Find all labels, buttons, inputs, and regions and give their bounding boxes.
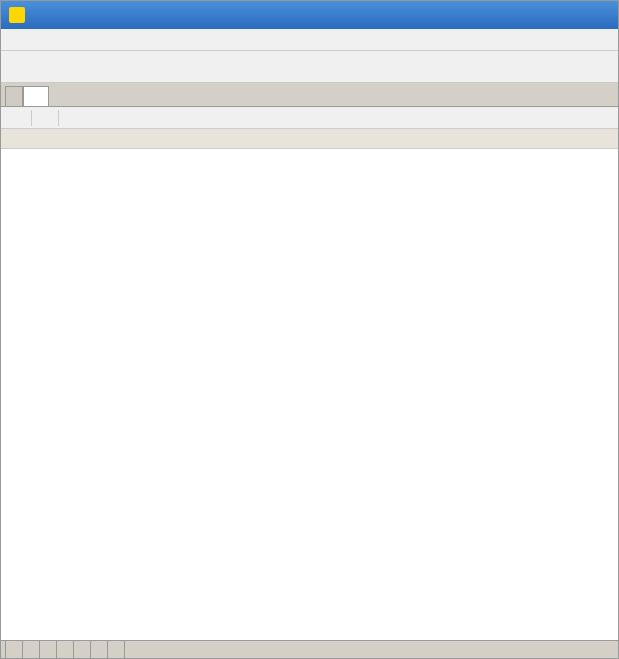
- edit-toolbar: [1, 107, 618, 129]
- status-encoding: [57, 641, 74, 659]
- status-ins: [91, 641, 108, 659]
- maximize-button[interactable]: [566, 5, 586, 25]
- status-size: [40, 641, 57, 659]
- close-button[interactable]: [590, 5, 610, 25]
- status-ovr: [108, 641, 125, 659]
- status-bar: [1, 640, 618, 659]
- hex-body[interactable]: [1, 149, 618, 640]
- status-val: [23, 641, 40, 659]
- title-bar: [1, 1, 618, 29]
- hex-editor: [1, 129, 618, 640]
- menu-bar: [1, 29, 618, 51]
- toolbar-separator-1: [31, 110, 32, 126]
- run-template-dropdown[interactable]: [65, 116, 79, 120]
- run-script-dropdown[interactable]: [38, 116, 52, 120]
- toolbar-separator-2: [58, 110, 59, 126]
- toolbar: [1, 51, 618, 83]
- window-controls: [542, 5, 610, 25]
- app-icon: [9, 7, 25, 23]
- minimize-button[interactable]: [542, 5, 562, 25]
- hex-dropdown[interactable]: [11, 116, 25, 120]
- status-pos: [5, 641, 23, 659]
- tab-bar: [1, 83, 618, 107]
- hex-header: [1, 129, 618, 149]
- hex-container: [1, 129, 618, 640]
- status-lit: [74, 641, 91, 659]
- tab-file[interactable]: [23, 86, 49, 106]
- tab-startup[interactable]: [5, 86, 23, 106]
